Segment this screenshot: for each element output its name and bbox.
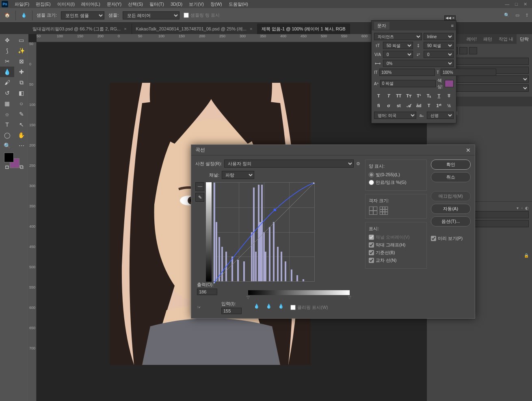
menu-edit[interactable]: 편집(E): [32, 1, 54, 7]
input-input[interactable]: [221, 308, 242, 314]
sample-size-select[interactable]: 포인트 샘플: [61, 11, 104, 19]
foreground-color[interactable]: [4, 153, 14, 162]
channel-select[interactable]: 파랑: [222, 171, 254, 179]
panel-tab-patterns[interactable]: 패턴: [480, 34, 495, 44]
target-adjust-icon[interactable]: ☞: [197, 305, 201, 310]
font-size-input[interactable]: 50 픽셀: [383, 42, 413, 49]
swash-btn[interactable]: 𝒜: [405, 102, 413, 109]
cancel-button[interactable]: 취소: [431, 172, 471, 182]
path-tool[interactable]: ↖: [14, 119, 28, 130]
type-tool[interactable]: T: [0, 119, 14, 130]
baseline-input[interactable]: [380, 80, 436, 87]
menu-select[interactable]: 선택(S): [125, 1, 146, 7]
menu-view[interactable]: 보기(V): [186, 1, 207, 7]
baseline-checkbox[interactable]: [369, 250, 374, 255]
dodge-tool[interactable]: ☼: [0, 109, 14, 119]
preset-select[interactable]: 사용자 정의: [224, 160, 354, 168]
sample-select[interactable]: 모든 레이어: [123, 11, 179, 19]
document-tab[interactable]: 밀대걸레리필03.psd @ 66.7% (그룹 2, RG...×: [28, 24, 132, 34]
home-icon[interactable]: 🏠: [3, 11, 11, 19]
eyedropper-icon[interactable]: 💧: [20, 11, 28, 19]
options-button[interactable]: 옵션(T)...: [431, 216, 471, 226]
menu-file[interactable]: 파일(F): [11, 1, 32, 7]
fraction-btn[interactable]: ½: [445, 102, 453, 109]
fi-btn[interactable]: fi: [375, 102, 382, 109]
zoom-tool[interactable]: 🔍: [0, 140, 14, 151]
auto-button[interactable]: 자동(A): [431, 204, 471, 214]
white-eyedropper[interactable]: 💧: [278, 304, 286, 312]
brush-tool[interactable]: 🖌: [0, 77, 14, 88]
document-tab[interactable]: KakaoTalk_20240814_135748701_06.psd @ 25…: [132, 24, 258, 34]
1st-btn[interactable]: 1ˢᵗ: [435, 102, 443, 109]
pen-tool[interactable]: ✎: [14, 109, 28, 119]
gradient-tool[interactable]: ▦: [0, 98, 14, 109]
move-tool[interactable]: ✥: [0, 35, 14, 45]
preview-checkbox[interactable]: [431, 236, 436, 241]
tracking-input[interactable]: 0: [424, 51, 454, 58]
sigma-btn[interactable]: σ: [385, 102, 392, 109]
crop-tool[interactable]: ✂: [0, 56, 14, 67]
white-point-slider[interactable]: ▽: [348, 295, 351, 300]
blur-tool[interactable]: ○: [14, 98, 28, 109]
panel-tab-paragraph[interactable]: 단락: [517, 34, 532, 44]
smallcaps-btn[interactable]: Tᴛ: [405, 92, 413, 99]
search-icon[interactable]: 🔍: [504, 13, 510, 18]
superscript-btn[interactable]: T¹: [415, 92, 422, 99]
grid-coarse-btn[interactable]: [369, 206, 378, 215]
grid-fine-btn[interactable]: [379, 206, 388, 215]
underline-btn[interactable]: T: [435, 92, 443, 99]
menu-3d[interactable]: 3D(D): [167, 2, 186, 6]
document-tab[interactable]: 제목 없음-1 @ 100% (레이어 1 복사, RGB: [257, 24, 350, 34]
histogram-checkbox[interactable]: [369, 242, 374, 248]
justify-all-btn[interactable]: [469, 47, 477, 54]
layer-mask-icon[interactable]: ◐: [525, 206, 529, 210]
eyedropper-tool[interactable]: 💧: [0, 67, 14, 77]
dialog-close-icon[interactable]: ✕: [466, 147, 471, 153]
close-icon[interactable]: ✕: [523, 2, 527, 7]
filter-icon[interactable]: ▾: [517, 206, 519, 210]
layer-new-icon[interactable]: ▫: [521, 206, 523, 210]
scale-input[interactable]: 0%: [383, 60, 454, 67]
preset-menu-icon[interactable]: ⚙: [356, 161, 360, 166]
text-color-swatch[interactable]: [445, 80, 454, 87]
language-select[interactable]: 영어: 미국: [374, 112, 416, 119]
panel-collapse-strip[interactable]: ◀◀×: [444, 15, 456, 20]
tab-close-icon[interactable]: ×: [123, 26, 127, 31]
pigment-radio[interactable]: [369, 180, 374, 185]
font-style-select[interactable]: Inline: [424, 33, 454, 40]
panel-menu-icon[interactable]: ≡: [451, 23, 454, 28]
bold-btn[interactable]: T: [375, 92, 382, 99]
show-ring-checkbox[interactable]: [184, 13, 189, 18]
minimize-icon[interactable]: —: [505, 2, 509, 7]
panel-tab-layers[interactable]: 레이!: [463, 34, 480, 44]
titling-btn[interactable]: ād: [415, 102, 422, 109]
ok-button[interactable]: 확인: [431, 160, 471, 170]
light-radio[interactable]: [369, 172, 374, 177]
frame-tool[interactable]: ⊠: [14, 56, 28, 67]
menu-type[interactable]: 문자(Y): [104, 1, 125, 7]
ordinal-btn[interactable]: T: [425, 102, 433, 109]
maximize-icon[interactable]: □: [515, 2, 518, 7]
more-tools[interactable]: ⋯: [14, 140, 28, 151]
allcaps-btn[interactable]: TT: [395, 92, 402, 99]
magic-wand-tool[interactable]: ✨: [14, 45, 28, 56]
intersect-checkbox[interactable]: [369, 258, 374, 263]
italic-btn[interactable]: T: [385, 92, 392, 99]
kerning-input[interactable]: 0: [383, 51, 413, 58]
healing-tool[interactable]: ✚: [14, 67, 28, 77]
output-input[interactable]: [197, 289, 217, 295]
color-swatches[interactable]: [0, 151, 28, 175]
lock-icon[interactable]: 🔒: [524, 253, 529, 258]
history-brush-tool[interactable]: ↺: [0, 88, 14, 98]
curve-graph[interactable]: [213, 182, 315, 282]
lasso-tool[interactable]: ⟆: [0, 45, 14, 56]
menu-help[interactable]: 도움말(H): [225, 1, 251, 7]
st-btn[interactable]: st: [395, 102, 402, 109]
clone-tool[interactable]: ⧉: [14, 77, 28, 88]
black-point-slider[interactable]: ▽: [247, 295, 250, 300]
justify-last-left-btn[interactable]: [459, 47, 467, 54]
font-family-select[interactable]: 자이언츠: [374, 33, 422, 40]
curve-point-tool[interactable]: 〰: [195, 182, 204, 191]
marquee-tool[interactable]: ▭: [14, 35, 28, 45]
menu-window[interactable]: 창(W): [207, 1, 225, 7]
